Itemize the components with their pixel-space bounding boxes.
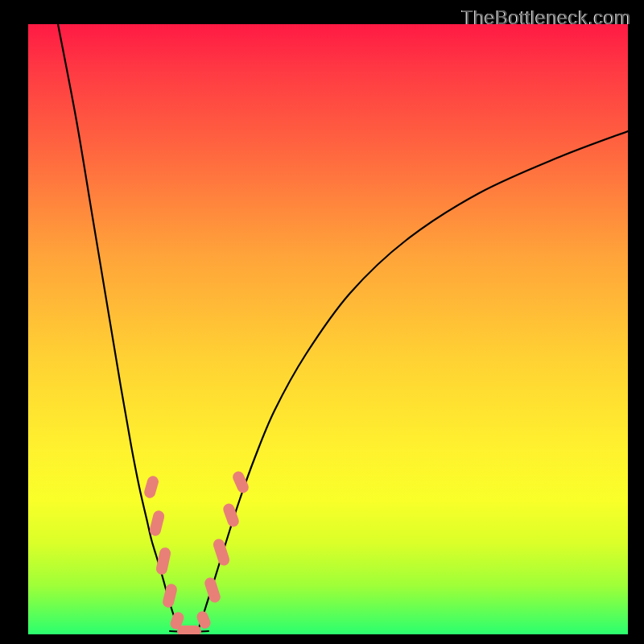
marker-layer — [142, 469, 250, 634]
chart-frame: TheBottleneck.com — [0, 0, 644, 644]
data-marker — [231, 469, 250, 494]
data-marker — [142, 475, 159, 500]
series-right-branch — [198, 131, 628, 630]
data-marker — [148, 510, 165, 537]
data-marker — [162, 583, 179, 609]
curve-layer — [28, 24, 628, 634]
watermark-text: TheBottleneck.com — [461, 6, 631, 29]
bottleneck-curve — [58, 24, 628, 632]
data-marker — [212, 538, 231, 568]
data-marker — [177, 625, 201, 634]
plot-area — [28, 24, 628, 634]
data-marker — [203, 576, 221, 605]
series-left-branch — [58, 24, 180, 630]
